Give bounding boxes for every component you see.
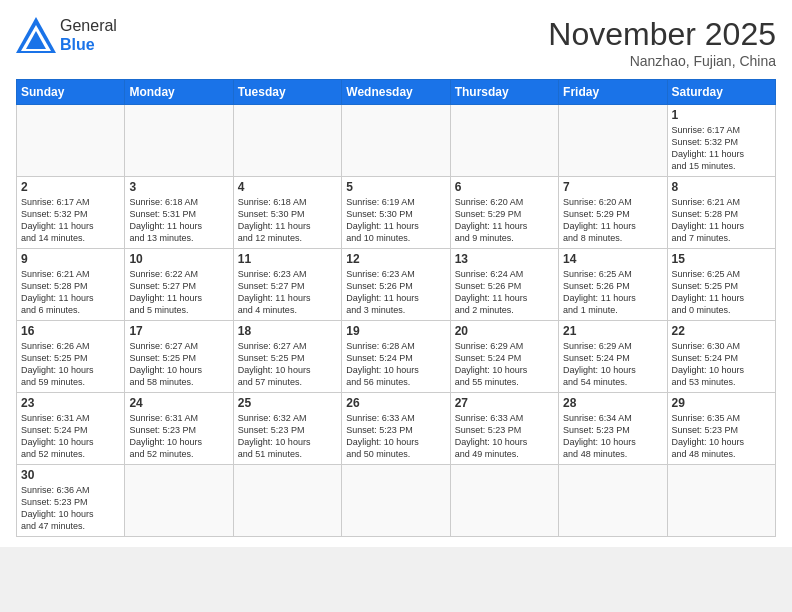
- day-number: 6: [455, 180, 554, 194]
- table-row: 20Sunrise: 6:29 AM Sunset: 5:24 PM Dayli…: [450, 321, 558, 393]
- table-row: 25Sunrise: 6:32 AM Sunset: 5:23 PM Dayli…: [233, 393, 341, 465]
- table-row: 5Sunrise: 6:19 AM Sunset: 5:30 PM Daylig…: [342, 177, 450, 249]
- day-info: Sunrise: 6:32 AM Sunset: 5:23 PM Dayligh…: [238, 412, 337, 461]
- day-info: Sunrise: 6:25 AM Sunset: 5:26 PM Dayligh…: [563, 268, 662, 317]
- day-number: 4: [238, 180, 337, 194]
- day-number: 1: [672, 108, 771, 122]
- table-row: 10Sunrise: 6:22 AM Sunset: 5:27 PM Dayli…: [125, 249, 233, 321]
- logo-icon: [16, 17, 56, 53]
- table-row: 21Sunrise: 6:29 AM Sunset: 5:24 PM Dayli…: [559, 321, 667, 393]
- day-number: 2: [21, 180, 120, 194]
- day-number: 20: [455, 324, 554, 338]
- col-wednesday: Wednesday: [342, 80, 450, 105]
- table-row: [233, 105, 341, 177]
- table-row: 27Sunrise: 6:33 AM Sunset: 5:23 PM Dayli…: [450, 393, 558, 465]
- day-info: Sunrise: 6:28 AM Sunset: 5:24 PM Dayligh…: [346, 340, 445, 389]
- day-number: 7: [563, 180, 662, 194]
- table-row: 29Sunrise: 6:35 AM Sunset: 5:23 PM Dayli…: [667, 393, 775, 465]
- day-number: 8: [672, 180, 771, 194]
- day-number: 25: [238, 396, 337, 410]
- table-row: 23Sunrise: 6:31 AM Sunset: 5:24 PM Dayli…: [17, 393, 125, 465]
- table-row: [233, 465, 341, 537]
- day-number: 30: [21, 468, 120, 482]
- day-number: 16: [21, 324, 120, 338]
- day-info: Sunrise: 6:36 AM Sunset: 5:23 PM Dayligh…: [21, 484, 120, 533]
- day-info: Sunrise: 6:31 AM Sunset: 5:24 PM Dayligh…: [21, 412, 120, 461]
- day-info: Sunrise: 6:33 AM Sunset: 5:23 PM Dayligh…: [455, 412, 554, 461]
- table-row: 16Sunrise: 6:26 AM Sunset: 5:25 PM Dayli…: [17, 321, 125, 393]
- table-row: [559, 105, 667, 177]
- table-row: 15Sunrise: 6:25 AM Sunset: 5:25 PM Dayli…: [667, 249, 775, 321]
- logo-text: General Blue: [60, 16, 117, 54]
- table-row: 6Sunrise: 6:20 AM Sunset: 5:29 PM Daylig…: [450, 177, 558, 249]
- day-info: Sunrise: 6:35 AM Sunset: 5:23 PM Dayligh…: [672, 412, 771, 461]
- table-row: [342, 105, 450, 177]
- col-sunday: Sunday: [17, 80, 125, 105]
- calendar-header-row: Sunday Monday Tuesday Wednesday Thursday…: [17, 80, 776, 105]
- day-info: Sunrise: 6:27 AM Sunset: 5:25 PM Dayligh…: [129, 340, 228, 389]
- table-row: [559, 465, 667, 537]
- table-row: 2Sunrise: 6:17 AM Sunset: 5:32 PM Daylig…: [17, 177, 125, 249]
- table-row: [125, 465, 233, 537]
- table-row: 18Sunrise: 6:27 AM Sunset: 5:25 PM Dayli…: [233, 321, 341, 393]
- table-row: 30Sunrise: 6:36 AM Sunset: 5:23 PM Dayli…: [17, 465, 125, 537]
- month-title: November 2025: [548, 16, 776, 53]
- col-saturday: Saturday: [667, 80, 775, 105]
- page: General Blue November 2025 Nanzhao, Fuji…: [0, 0, 792, 547]
- table-row: 9Sunrise: 6:21 AM Sunset: 5:28 PM Daylig…: [17, 249, 125, 321]
- day-info: Sunrise: 6:22 AM Sunset: 5:27 PM Dayligh…: [129, 268, 228, 317]
- day-number: 14: [563, 252, 662, 266]
- table-row: 8Sunrise: 6:21 AM Sunset: 5:28 PM Daylig…: [667, 177, 775, 249]
- day-info: Sunrise: 6:29 AM Sunset: 5:24 PM Dayligh…: [563, 340, 662, 389]
- location: Nanzhao, Fujian, China: [548, 53, 776, 69]
- day-number: 17: [129, 324, 228, 338]
- day-info: Sunrise: 6:23 AM Sunset: 5:26 PM Dayligh…: [346, 268, 445, 317]
- day-number: 23: [21, 396, 120, 410]
- table-row: 12Sunrise: 6:23 AM Sunset: 5:26 PM Dayli…: [342, 249, 450, 321]
- day-number: 5: [346, 180, 445, 194]
- day-number: 9: [21, 252, 120, 266]
- day-number: 21: [563, 324, 662, 338]
- header: General Blue November 2025 Nanzhao, Fuji…: [16, 16, 776, 69]
- col-friday: Friday: [559, 80, 667, 105]
- table-row: 1Sunrise: 6:17 AM Sunset: 5:32 PM Daylig…: [667, 105, 775, 177]
- day-info: Sunrise: 6:18 AM Sunset: 5:31 PM Dayligh…: [129, 196, 228, 245]
- table-row: 24Sunrise: 6:31 AM Sunset: 5:23 PM Dayli…: [125, 393, 233, 465]
- day-number: 15: [672, 252, 771, 266]
- day-number: 26: [346, 396, 445, 410]
- day-number: 29: [672, 396, 771, 410]
- logo: General Blue: [16, 16, 117, 54]
- title-block: November 2025 Nanzhao, Fujian, China: [548, 16, 776, 69]
- day-info: Sunrise: 6:18 AM Sunset: 5:30 PM Dayligh…: [238, 196, 337, 245]
- day-info: Sunrise: 6:31 AM Sunset: 5:23 PM Dayligh…: [129, 412, 228, 461]
- day-number: 11: [238, 252, 337, 266]
- day-number: 22: [672, 324, 771, 338]
- day-info: Sunrise: 6:25 AM Sunset: 5:25 PM Dayligh…: [672, 268, 771, 317]
- table-row: 11Sunrise: 6:23 AM Sunset: 5:27 PM Dayli…: [233, 249, 341, 321]
- table-row: [125, 105, 233, 177]
- day-info: Sunrise: 6:34 AM Sunset: 5:23 PM Dayligh…: [563, 412, 662, 461]
- day-number: 3: [129, 180, 228, 194]
- table-row: [667, 465, 775, 537]
- day-number: 19: [346, 324, 445, 338]
- calendar-table: Sunday Monday Tuesday Wednesday Thursday…: [16, 79, 776, 537]
- day-info: Sunrise: 6:27 AM Sunset: 5:25 PM Dayligh…: [238, 340, 337, 389]
- generalblue-logo-svg: [16, 17, 56, 53]
- table-row: 14Sunrise: 6:25 AM Sunset: 5:26 PM Dayli…: [559, 249, 667, 321]
- table-row: [450, 465, 558, 537]
- day-info: Sunrise: 6:21 AM Sunset: 5:28 PM Dayligh…: [21, 268, 120, 317]
- day-number: 10: [129, 252, 228, 266]
- table-row: 13Sunrise: 6:24 AM Sunset: 5:26 PM Dayli…: [450, 249, 558, 321]
- table-row: 7Sunrise: 6:20 AM Sunset: 5:29 PM Daylig…: [559, 177, 667, 249]
- day-info: Sunrise: 6:21 AM Sunset: 5:28 PM Dayligh…: [672, 196, 771, 245]
- day-info: Sunrise: 6:17 AM Sunset: 5:32 PM Dayligh…: [672, 124, 771, 173]
- day-number: 27: [455, 396, 554, 410]
- col-thursday: Thursday: [450, 80, 558, 105]
- day-info: Sunrise: 6:17 AM Sunset: 5:32 PM Dayligh…: [21, 196, 120, 245]
- day-info: Sunrise: 6:19 AM Sunset: 5:30 PM Dayligh…: [346, 196, 445, 245]
- table-row: 19Sunrise: 6:28 AM Sunset: 5:24 PM Dayli…: [342, 321, 450, 393]
- day-info: Sunrise: 6:29 AM Sunset: 5:24 PM Dayligh…: [455, 340, 554, 389]
- col-monday: Monday: [125, 80, 233, 105]
- day-info: Sunrise: 6:23 AM Sunset: 5:27 PM Dayligh…: [238, 268, 337, 317]
- day-number: 28: [563, 396, 662, 410]
